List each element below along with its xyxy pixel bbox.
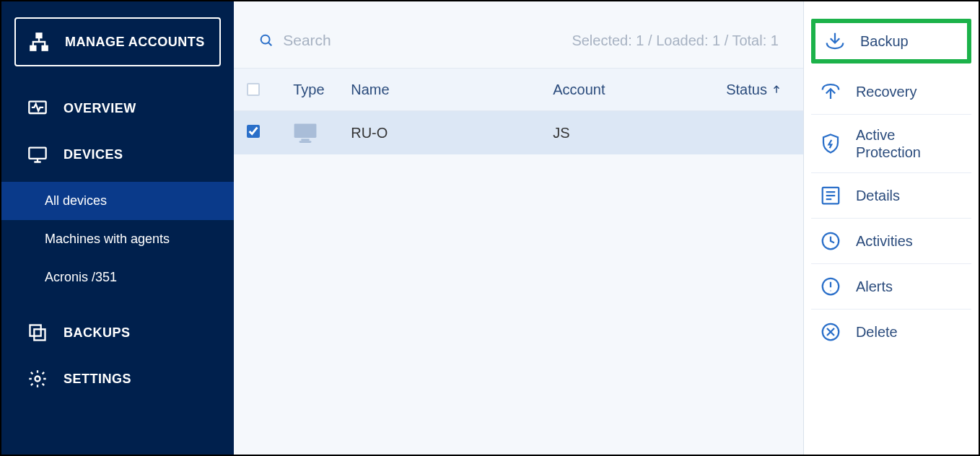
devices-submenu: All devices Machines with agents Acronis…: [14, 182, 221, 297]
sidebar-item-label: OVERVIEW: [64, 101, 136, 116]
search-icon: [258, 32, 274, 48]
devices-table: Type Name Account Status: [234, 59, 803, 154]
main-content: Search Selected: 1 / Loaded: 1 / Total: …: [234, 1, 803, 455]
action-label: Details: [856, 188, 900, 204]
sidebar-item-settings[interactable]: SETTINGS: [14, 356, 221, 402]
search-input[interactable]: Search: [258, 32, 331, 49]
actions-panel: Backup Recovery Active Protection: [803, 1, 979, 455]
sidebar-subitem-machines-with-agents[interactable]: Machines with agents: [1, 220, 234, 258]
action-label: Active Protection: [856, 126, 921, 161]
alert-icon: [820, 276, 841, 297]
svg-rect-11: [299, 141, 312, 143]
sidebar-subitem-acronis-351[interactable]: Acronis /351: [1, 258, 234, 297]
svg-rect-1: [30, 46, 35, 51]
row-checkbox[interactable]: [247, 125, 293, 141]
sidebar: MANAGE ACCOUNTS OVERVIEW DEVICES All dev…: [1, 1, 234, 455]
copies-icon: [27, 323, 48, 343]
action-label: Alerts: [856, 279, 893, 295]
col-status-label: Status: [726, 82, 767, 98]
col-name[interactable]: Name: [351, 82, 553, 98]
action-active-protection[interactable]: Active Protection: [811, 115, 971, 173]
svg-rect-5: [30, 325, 41, 336]
col-account[interactable]: Account: [553, 82, 726, 98]
action-alerts[interactable]: Alerts: [811, 264, 971, 310]
sidebar-item-label: BACKUPS: [64, 325, 131, 341]
table-row[interactable]: RU-O JS: [234, 111, 803, 154]
recovery-icon: [820, 81, 841, 102]
selection-status: Selected: 1 / Loaded: 1 / Total: 1: [572, 32, 779, 49]
sidebar-item-manage-accounts[interactable]: MANAGE ACCOUNTS: [14, 17, 221, 66]
svg-rect-2: [43, 46, 48, 51]
sidebar-item-backups[interactable]: BACKUPS: [14, 310, 221, 356]
table-header: Type Name Account Status: [234, 68, 803, 111]
svg-rect-9: [294, 123, 317, 138]
col-type[interactable]: Type: [293, 82, 351, 98]
row-account: JS: [553, 125, 726, 141]
sidebar-item-label: MANAGE ACCOUNTS: [65, 35, 205, 50]
col-status[interactable]: Status: [726, 82, 790, 98]
sidebar-item-overview[interactable]: OVERVIEW: [14, 85, 221, 131]
clock-icon: [820, 230, 841, 252]
details-icon: [820, 185, 841, 206]
action-activities[interactable]: Activities: [811, 219, 971, 264]
action-backup[interactable]: Backup: [811, 19, 971, 63]
action-label: Recovery: [856, 84, 916, 100]
sidebar-subitem-all-devices[interactable]: All devices: [1, 182, 234, 220]
action-details[interactable]: Details: [811, 173, 971, 219]
row-type: [293, 123, 351, 143]
action-label: Delete: [856, 324, 898, 341]
gear-icon: [27, 369, 48, 389]
shield-bolt-icon: [820, 133, 841, 154]
sidebar-item-label: SETTINGS: [64, 372, 131, 387]
svg-point-7: [35, 377, 40, 382]
action-recovery[interactable]: Recovery: [811, 69, 971, 115]
backup-icon: [824, 30, 846, 52]
monitor-pulse-icon: [27, 98, 48, 118]
sitemap-icon: [29, 32, 49, 52]
desktop-icon: [27, 144, 48, 165]
toolbar: Search Selected: 1 / Loaded: 1 / Total: …: [234, 1, 803, 59]
select-all-checkbox[interactable]: [247, 83, 293, 96]
sidebar-item-label: DEVICES: [64, 147, 123, 162]
svg-rect-0: [37, 33, 42, 38]
action-label: Backup: [860, 33, 909, 50]
svg-rect-10: [302, 139, 310, 141]
svg-point-8: [261, 35, 270, 44]
delete-icon: [820, 321, 841, 343]
svg-rect-4: [29, 148, 45, 159]
desktop-icon: [293, 123, 318, 143]
sort-asc-icon: [771, 84, 782, 95]
action-label: Activities: [856, 233, 913, 250]
search-placeholder: Search: [283, 32, 331, 49]
app-root: MANAGE ACCOUNTS OVERVIEW DEVICES All dev…: [0, 0, 980, 456]
action-delete[interactable]: Delete: [811, 310, 971, 354]
row-name: RU-O: [351, 125, 553, 141]
svg-rect-6: [34, 329, 45, 340]
sidebar-item-devices[interactable]: DEVICES: [14, 131, 221, 177]
